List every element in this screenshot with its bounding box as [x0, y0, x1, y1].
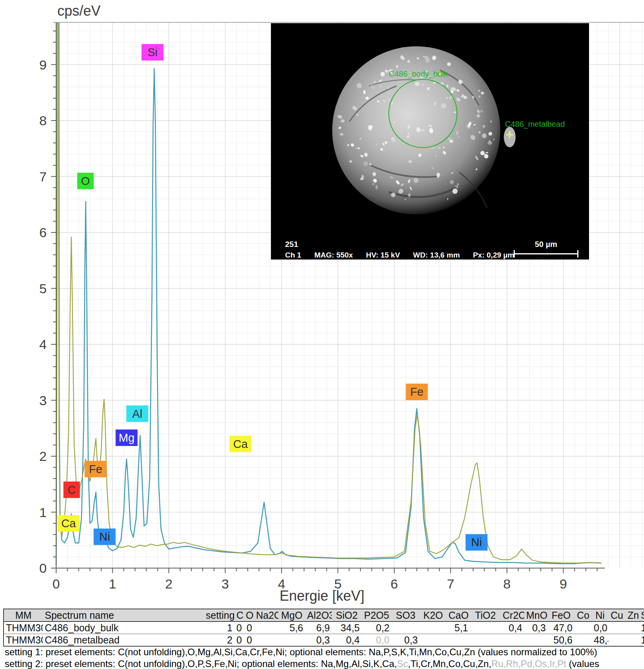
table-cell: 0: [244, 634, 254, 647]
svg-text:3: 3: [221, 576, 229, 591]
column-header: setting: [204, 609, 234, 621]
svg-text:C: C: [68, 484, 76, 496]
svg-text:0: 0: [53, 576, 60, 591]
element-label-Ni: Ni: [466, 534, 488, 550]
table-cell: 47,0: [548, 621, 574, 634]
svg-text:1: 1: [109, 576, 116, 591]
table-cell: 48,4: [592, 634, 608, 647]
table-cell: THMM308: [4, 621, 43, 634]
svg-text:O: O: [81, 175, 90, 187]
element-label-Ca: Ca: [58, 515, 80, 532]
table-cell: 0,3: [392, 634, 420, 647]
table-cell: 0,0: [592, 621, 608, 634]
svg-text:Ca: Ca: [233, 438, 248, 450]
column-header: Spectrum name: [43, 609, 204, 621]
column-header: Cu: [608, 609, 626, 621]
column-header: MM: [4, 609, 43, 621]
column-header: Ni: [592, 609, 608, 621]
table-cell: [626, 621, 639, 634]
table-cell: 1: [204, 621, 234, 634]
table-cell: [470, 621, 501, 634]
table-row: THMM308C486_body_bulk1005,66,934,50,25,1…: [4, 621, 644, 634]
column-header: SiO2: [332, 609, 362, 621]
table-cell: 0,3: [305, 634, 332, 647]
x-axis-title: Energie [keV]: [280, 588, 364, 604]
svg-text:Ca: Ca: [61, 517, 76, 530]
column-header: Na2O: [254, 609, 278, 621]
svg-text:4: 4: [39, 337, 47, 352]
column-header: TiO2: [470, 609, 501, 621]
table-header-row: MMSpectrum namesettingCONa2OMgOAl2O3SiO2…: [4, 609, 644, 621]
column-header: MgO: [278, 609, 305, 621]
column-header: Cr2O3: [501, 609, 524, 621]
svg-text:9: 9: [560, 576, 567, 591]
table-cell: 0: [244, 621, 254, 634]
element-label-C: C: [63, 482, 80, 498]
table-cell: 0: [234, 621, 244, 634]
column-header: O: [244, 609, 254, 621]
svg-text:Si: Si: [147, 46, 157, 58]
table-cell: 0,3: [524, 621, 548, 634]
element-label-Fe: Fe: [406, 384, 428, 400]
table-cell: [626, 634, 639, 647]
y-axis-title: cps/eV: [57, 3, 101, 19]
sem-label-body-bulk: C486_body_bulk: [389, 69, 448, 79]
column-header: MnO: [524, 609, 548, 621]
table-cell: [254, 621, 278, 634]
sem-voltage: HV: 15 kV: [366, 251, 400, 259]
element-label-Mg: Mg: [115, 430, 137, 446]
footnote-setting-2: setting 2: preset elements: C(not unfold…: [5, 658, 644, 669]
sem-pixel-size: Px: 0,29 µm: [473, 251, 514, 259]
table-cell: [446, 634, 470, 647]
column-header: Al2O3: [305, 609, 332, 621]
column-header: C: [234, 609, 244, 621]
table-cell: 34,5: [332, 621, 362, 634]
table-cell: [608, 621, 626, 634]
table-cell: C486_body_bulk: [43, 621, 204, 634]
svg-text:6: 6: [39, 225, 47, 240]
element-label-Si: Si: [141, 44, 163, 60]
table-cell: 0: [234, 634, 244, 647]
table-cell: THMM308: [4, 634, 43, 647]
sem-magnification: MAG: 550x: [314, 251, 353, 259]
svg-text:3: 3: [39, 393, 47, 408]
svg-text:7: 7: [447, 576, 454, 591]
footnotes: setting 1: preset elements: C(not unfold…: [5, 646, 644, 669]
footnote-setting-1: setting 1: preset elements: C(not unfold…: [5, 646, 644, 658]
svg-text:8: 8: [503, 576, 511, 591]
table-cell: 5,6: [278, 621, 305, 634]
column-header: K2O: [420, 609, 446, 621]
table-cell: [574, 621, 592, 634]
element-label-Ni: Ni: [93, 528, 115, 545]
table-cell: 6,9: [305, 621, 332, 634]
table-cell: [501, 634, 524, 647]
element-label-Fe: Fe: [84, 461, 106, 477]
table-cell: [608, 634, 626, 647]
eds-report-page: 01234567890123456789cps/eVEnergie [keV]S…: [0, 0, 644, 669]
table-cell: [392, 621, 420, 634]
table-cell: [420, 634, 446, 647]
svg-text:Al: Al: [132, 408, 143, 420]
svg-text:0: 0: [39, 561, 47, 576]
svg-text:5: 5: [39, 281, 47, 296]
element-label-O: O: [77, 173, 94, 189]
table-cell: [524, 634, 548, 647]
element-label-Al: Al: [126, 406, 148, 422]
table-cell: [420, 621, 446, 634]
svg-text:8: 8: [39, 113, 47, 128]
table-cell: 100,0: [639, 634, 644, 647]
table-cell: [254, 634, 278, 647]
sem-label-metalbead: C486_metalbead: [505, 120, 565, 129]
table-cell: 50,6: [548, 634, 574, 647]
sem-working-distance: WD: 13,6 mm: [413, 251, 460, 259]
table-cell: [574, 634, 592, 647]
svg-text:Ni: Ni: [99, 530, 110, 543]
element-label-Ca: Ca: [229, 436, 251, 452]
table-cell: 0,4: [332, 634, 362, 647]
sem-image-inset: C486_body_bulk C486_metalbead 251 Ch 1 M…: [271, 23, 589, 260]
svg-text:1: 1: [39, 505, 47, 520]
column-header: Zn: [626, 609, 639, 621]
column-header: Sum: [639, 609, 644, 621]
svg-text:Fe: Fe: [410, 386, 423, 398]
table-cell: 2: [204, 634, 234, 647]
